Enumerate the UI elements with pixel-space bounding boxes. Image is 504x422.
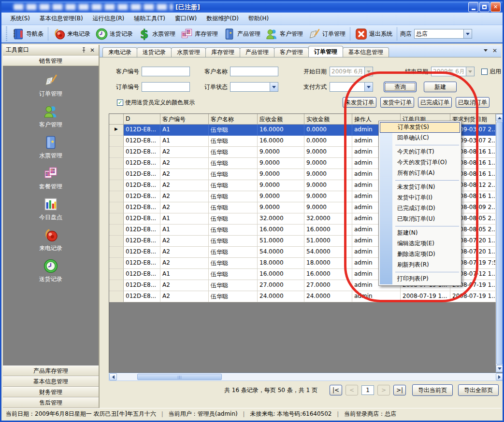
row-selector-cell[interactable] [109,269,124,280]
sidebar-item[interactable]: 送货记录 [3,255,99,286]
shop-select[interactable]: 总店 [414,29,472,39]
context-menu-item[interactable]: 刷新列表(R) [380,260,460,270]
row-selector-cell[interactable] [109,202,124,213]
courier-color-checkbox[interactable] [117,99,123,106]
tab-close-icon[interactable]: ✕ [492,48,497,55]
toolbar-button[interactable]: 库存管理 [178,27,220,42]
scroll-left-icon[interactable] [109,373,117,380]
maximize-button[interactable] [479,2,490,12]
tab-item[interactable]: 送货记录 [137,47,172,57]
tab-item[interactable]: 基本信息管理 [343,47,389,57]
row-selector-cell[interactable] [109,136,124,147]
row-selector-cell[interactable] [109,225,124,236]
sidebar-item[interactable]: 套餐管理 [3,163,99,194]
query-button[interactable]: 查询 [384,82,417,92]
hscroll-thumb[interactable] [137,374,222,380]
row-selector-cell[interactable] [109,180,124,191]
row-selector-cell[interactable] [109,247,124,258]
row-selector-cell[interactable] [109,158,124,169]
chevron-down-icon[interactable] [364,67,373,76]
toolbar-grip[interactable] [5,27,8,41]
export-all-pages-button[interactable]: 导出全部页 [458,384,499,396]
sidebar-close-icon[interactable]: ✕ [89,47,96,54]
last-page-button[interactable]: >| [393,385,406,395]
context-menu-item[interactable]: 编辑选定项(E) [380,239,460,249]
toolbar-button[interactable]: 送货记录 [93,27,135,42]
toolbar-button[interactable]: $水票管理 [135,27,178,42]
row-selector-cell[interactable] [109,169,124,180]
tab-item[interactable]: 水票管理 [171,47,206,57]
tab-item[interactable]: 库存管理 [205,47,240,57]
row-selector-cell[interactable] [109,147,124,158]
menubar-item[interactable]: 基本信息管理(B) [35,13,88,25]
context-menu-item[interactable]: 已取消订单(U) [380,214,460,225]
close-button[interactable]: ✕ [490,2,501,12]
customer-no-input[interactable] [142,67,190,76]
scroll-down-icon[interactable] [496,365,503,372]
menubar-item[interactable]: 系统(S) [5,13,35,25]
toolbar-button[interactable]: 客户管理 [263,27,305,42]
column-header[interactable]: 客户名称 [209,114,258,125]
context-menu-item[interactable]: 删除选定项(D) [380,249,460,260]
tab-item[interactable]: 产品管理 [240,47,274,57]
sidebar-section-button[interactable]: 财务管理 [3,387,99,397]
sidebar-section-sales[interactable]: 销售管理 [3,56,99,66]
order-status-filter-button[interactable]: 未发货订单 [343,97,376,108]
toolbar-button[interactable]: 来电记录 [50,27,93,42]
toolbar-button[interactable]: 订单管理 [305,27,348,42]
row-selector-cell[interactable] [109,280,124,291]
tab-active[interactable]: 订单管理 [308,46,343,57]
enable-checkbox[interactable] [481,69,488,75]
column-header[interactable] [109,114,124,125]
sidebar-section-button[interactable]: 产品库存管理 [3,366,99,376]
first-page-button[interactable]: |< [330,385,342,395]
customer-name-input[interactable] [230,67,278,76]
new-button[interactable]: 新建 [424,82,457,92]
order-status-select[interactable] [230,82,278,92]
menubar-item[interactable]: 数据维护(D) [202,13,244,25]
context-menu-item[interactable]: 回单确认(C) [380,133,460,143]
chevron-down-icon[interactable] [364,83,373,91]
toolbar-button[interactable]: 产品管理 [220,27,263,42]
column-header[interactable]: 实收金额 [304,114,352,125]
order-status-filter-button[interactable]: 已取消订单 [456,97,490,108]
minimize-button[interactable] [468,2,478,12]
order-status-filter-button[interactable]: 已完成订单 [418,97,452,108]
context-menu-item[interactable]: 今天的发货订单(O) [380,157,460,168]
context-menu-item[interactable]: 已完成订单(D) [380,203,460,214]
column-header[interactable]: 应收金额 [258,114,304,125]
start-date-picker[interactable]: 2009年 6月 8日 [330,67,373,76]
toolbar-button[interactable]: 退出系统 [352,27,395,42]
tab-item[interactable]: 客户管理 [274,47,309,57]
context-menu-item[interactable]: 订单发货(S) [380,122,460,133]
context-menu-item[interactable]: 发货中订单(I) [380,193,460,203]
row-selector-cell[interactable] [109,191,124,202]
menubar-item[interactable]: 帮助(H) [244,13,274,25]
row-selector-cell[interactable] [109,213,124,225]
table-row[interactable]: 012D-E8...A2伍华聪24.000024.0000admin2008-0… [109,291,496,302]
menubar-item[interactable]: 辅助工具(T) [129,13,170,25]
order-status-filter-button[interactable]: 发货中订单 [380,97,414,108]
menubar-item[interactable]: 窗口(W) [170,13,202,25]
context-menu-item[interactable]: 新建(N) [380,228,460,239]
context-menu-item[interactable]: 未发货订单(N) [380,182,460,193]
end-date-picker[interactable]: 2009年 6月 8日 [431,67,475,76]
grid-vertical-scrollbar[interactable] [496,114,504,372]
pin-icon[interactable] [81,47,87,53]
row-selector-cell[interactable] [109,258,124,269]
sidebar-item[interactable]: 订单管理 [3,70,99,101]
pay-method-select[interactable] [330,82,373,92]
sidebar-section-button[interactable]: 基本信息管理 [3,376,99,387]
sidebar-section-button[interactable]: 售后管理 [3,397,99,408]
chevron-down-icon[interactable] [466,67,474,76]
context-menu-item[interactable]: 打印列表(P) [380,274,460,284]
scroll-right-icon[interactable] [496,373,504,380]
sidebar-item[interactable]: 水票管理 [3,132,99,163]
prev-page-button[interactable]: < [346,385,358,395]
page-number-input[interactable] [361,385,374,395]
column-header[interactable]: D [124,114,160,125]
column-header[interactable]: 客户编号 [160,114,209,125]
grid-horizontal-scrollbar[interactable] [109,373,504,381]
toolbar-button[interactable]: 导航条 [9,27,46,42]
chevron-down-icon[interactable] [463,29,472,38]
